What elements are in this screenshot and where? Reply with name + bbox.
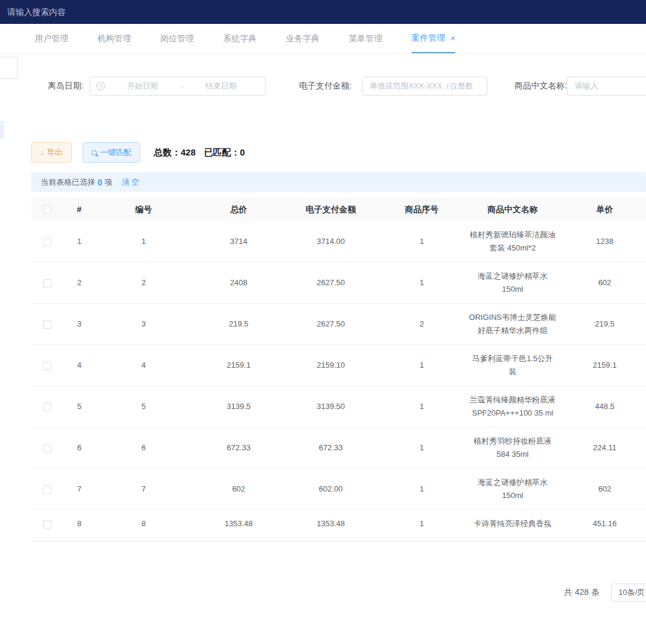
column-header: # <box>63 197 96 221</box>
table-row[interactable]: 33219.52627.502ORIGINS韦博士灵芝焕能好底子精华水两件组21… <box>31 304 646 345</box>
table-row[interactable]: 66672.33672.331植村秀羽纱持妆粉底液 584 35ml224.11 <box>31 428 646 469</box>
row-checkbox[interactable] <box>43 520 51 529</box>
row-code: 5 <box>96 393 191 420</box>
column-header: 电子支付金额 <box>286 197 376 221</box>
row-product-seq: 1 <box>376 475 468 503</box>
product-name-placeholder: 请输入 <box>575 81 598 91</box>
row-product-seq: 1 <box>376 393 468 420</box>
tab-系统字典[interactable]: 系统字典 <box>223 24 257 53</box>
row-unit-price: 448.5 <box>557 393 646 420</box>
product-name-input[interactable]: 请输入 <box>567 77 646 96</box>
date-range-input[interactable]: 开始日期 - 结束日期 <box>90 77 266 96</box>
row-product-seq: 1 <box>376 228 468 255</box>
page-size-select[interactable]: 10条/页 <box>611 584 646 602</box>
row-epay-amount: 2627.50 <box>286 310 376 338</box>
download-icon: ↓ <box>41 148 44 157</box>
selection-prefix: 当前表格已选择 <box>41 177 95 188</box>
tab-菜单管理[interactable]: 菜单管理 <box>349 24 382 53</box>
row-index: 4 <box>63 352 96 379</box>
row-checkbox[interactable] <box>43 486 51 494</box>
row-checkbox[interactable] <box>43 403 51 411</box>
row-checkbox[interactable] <box>43 238 51 246</box>
tab-label: 业务字典 <box>286 33 319 44</box>
export-button-label: 导出 <box>47 147 63 158</box>
row-checkbox-cell <box>31 434 63 462</box>
clear-selection-link[interactable]: 清空 <box>122 177 141 188</box>
tab-业务字典[interactable]: 业务字典 <box>286 24 319 53</box>
table-row[interactable]: 2224082627.501海蓝之谜修护精萃水 150ml602 <box>31 263 646 304</box>
export-button[interactable]: ↓ 导出 <box>31 142 72 163</box>
table-row[interactable]: 77602602.001海蓝之谜修护精萃水 150ml602 <box>31 469 646 510</box>
row-total-price: 2408 <box>191 269 286 297</box>
row-checkbox[interactable] <box>43 279 51 288</box>
top-navbar: 请输入搜索内容 <box>0 0 646 24</box>
row-index: 3 <box>63 310 96 338</box>
tab-label: 机构管理 <box>97 33 131 44</box>
close-icon[interactable]: × <box>450 33 455 43</box>
tab-岗位管理[interactable]: 岗位管理 <box>160 24 194 53</box>
row-unit-price: 219.5 <box>557 310 646 338</box>
row-product-name: ORIGINS韦博士灵芝焕能好底子精华水两件组 <box>468 304 557 344</box>
amount-placeholder: 单值或范围XXX-XXX（仅整数 <box>370 81 473 91</box>
table-body: 1137143714.001植村秀新琥珀臻萃洁颜油套装 450ml*212382… <box>31 221 646 538</box>
selection-count: 0 <box>97 178 102 187</box>
table-row[interactable]: 442159.12159.101马爹利蓝带干邑1.5公升装2159.1 <box>31 345 646 386</box>
row-product-name: 马爹利蓝带干邑1.5公升装 <box>468 345 557 386</box>
column-header: 商品中文名称 <box>468 197 557 221</box>
row-checkbox[interactable] <box>43 444 51 453</box>
row-product-seq: 1 <box>376 434 468 462</box>
matched-label: 已匹配： <box>204 147 240 157</box>
row-code: 6 <box>96 434 191 462</box>
tab-label: 岗位管理 <box>160 33 194 44</box>
row-product-seq: 1 <box>376 269 468 297</box>
row-unit-price: 2159.1 <box>557 352 646 379</box>
row-product-name: 海蓝之谜修护精萃水 150ml <box>468 263 557 303</box>
row-index: 6 <box>63 434 96 462</box>
filter-row: 离岛日期: 开始日期 - 结束日期 电子支付金额: 单值或范围XXX-XXX（仅… <box>0 76 646 96</box>
row-product-name: 海蓝之谜修护精萃水 150ml <box>468 469 557 509</box>
row-total-price: 602 <box>191 475 286 503</box>
date-filter-label: 离岛日期: <box>48 76 84 96</box>
row-epay-amount: 602.00 <box>286 475 376 503</box>
row-checkbox-cell <box>31 310 63 338</box>
row-code: 2 <box>96 269 191 297</box>
tab-用户管理[interactable]: 用户管理 <box>35 24 68 53</box>
table-row[interactable]: 553139.53139.501兰蔻菁纯臻颜精华粉底液SPF20PA+++100… <box>31 386 646 428</box>
row-product-name: 植村秀羽纱持妆粉底液 584 35ml <box>468 428 557 468</box>
column-header: 商品序号 <box>376 197 468 221</box>
row-index: 5 <box>63 393 96 420</box>
row-index: 7 <box>63 475 96 503</box>
pagination-total: 共 428 条 <box>564 587 599 598</box>
clock-icon <box>96 82 105 90</box>
select-all-checkbox[interactable] <box>43 205 51 213</box>
tab-label: 案件管理 <box>412 33 445 44</box>
row-product-seq: 1 <box>376 352 468 379</box>
one-click-match-button[interactable]: 一键匹配 <box>83 142 140 163</box>
row-product-seq: 2 <box>376 310 468 338</box>
pagination-bar: 共 428 条 10条/页 <box>0 582 646 603</box>
amount-input[interactable]: 单值或范围XXX-XXX（仅整数 <box>362 77 487 96</box>
row-checkbox[interactable] <box>43 321 51 329</box>
left-edge-highlight <box>0 121 4 139</box>
matched-count: 0 <box>240 147 245 157</box>
tab-bar: 用户管理机构管理岗位管理系统字典业务字典菜单管理案件管理× <box>0 24 646 54</box>
navbar-search-input[interactable]: 请输入搜索内容 <box>7 0 66 24</box>
selection-suffix: 项 <box>105 177 112 188</box>
row-checkbox-cell <box>31 269 63 297</box>
tab-label: 系统字典 <box>223 33 257 44</box>
select-all-cell <box>31 197 63 221</box>
row-checkbox[interactable] <box>43 362 51 370</box>
table-row[interactable]: 1137143714.001植村秀新琥珀臻萃洁颜油套装 450ml*21238 <box>31 221 646 263</box>
table-row[interactable]: 881353.481353.481卡诗菁纯亮泽经典香氛451.16 <box>31 510 646 538</box>
row-index: 8 <box>63 510 96 538</box>
search-icon <box>92 150 97 155</box>
selection-bar: 当前表格已选择 0 项 清空 <box>31 172 646 192</box>
column-header: 单价 <box>557 197 646 221</box>
column-header: 总价 <box>191 197 286 221</box>
row-epay-amount: 3714.00 <box>286 228 376 255</box>
row-unit-price: 451.16 <box>557 510 646 538</box>
tab-机构管理[interactable]: 机构管理 <box>97 24 131 53</box>
row-checkbox-cell <box>31 352 63 379</box>
row-unit-price: 1238 <box>557 228 646 255</box>
tab-案件管理[interactable]: 案件管理× <box>412 24 455 53</box>
